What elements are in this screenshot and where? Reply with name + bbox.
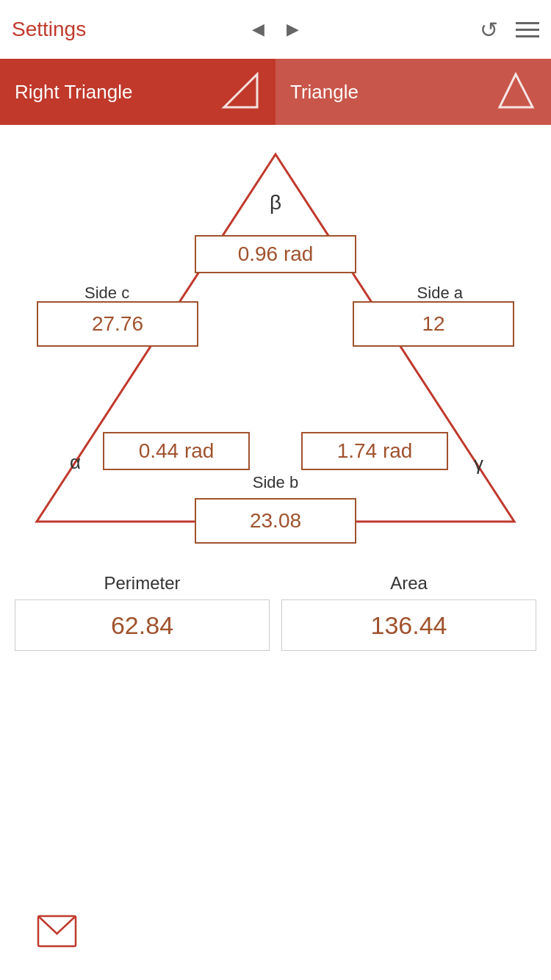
side-b-value: 23.08: [250, 509, 301, 533]
area-label: Area: [390, 573, 428, 594]
right-triangle-icon: [220, 71, 261, 114]
side-a-field[interactable]: 12: [353, 301, 514, 347]
area-value: 136.44: [371, 611, 447, 640]
side-c-value: 27.76: [92, 312, 143, 336]
mail-button[interactable]: [37, 915, 77, 951]
menu-button[interactable]: [516, 22, 539, 37]
beta-label: β: [270, 191, 281, 215]
side-b-label: Side b: [253, 473, 298, 492]
side-c-label: Side c: [84, 284, 129, 303]
perimeter-label: Perimeter: [104, 573, 180, 594]
side-a-value: 12: [422, 312, 444, 336]
tab-right-triangle[interactable]: Right Triangle: [0, 59, 276, 125]
results-section: Perimeter 62.84 Area 136.44: [15, 573, 536, 651]
svg-marker-0: [224, 74, 257, 107]
gamma-value: 1.74 rad: [337, 439, 413, 463]
undo-button[interactable]: ↺: [480, 17, 498, 43]
header-nav: ◀ ▶: [187, 20, 363, 39]
header-icons: ↺: [364, 17, 539, 43]
area-field[interactable]: 136.44: [281, 599, 536, 651]
perimeter-value: 62.84: [111, 611, 173, 640]
beta-field[interactable]: 0.96 rad: [195, 235, 356, 273]
results-row: Perimeter 62.84 Area 136.44: [15, 573, 536, 651]
alpha-label: α: [70, 451, 81, 474]
area-col: Area 136.44: [281, 573, 536, 651]
app-header: Settings ◀ ▶ ↺: [0, 0, 551, 59]
triangle-diagram: β 0.96 rad Side c 27.76 Side a 12 α 0.44…: [15, 140, 536, 566]
side-c-field[interactable]: 27.76: [37, 301, 198, 347]
perimeter-col: Perimeter 62.84: [15, 573, 270, 651]
alpha-value: 0.44 rad: [139, 439, 215, 463]
settings-button[interactable]: Settings: [12, 18, 187, 41]
alpha-field[interactable]: 0.44 rad: [103, 432, 250, 470]
gamma-field[interactable]: 1.74 rad: [301, 432, 448, 470]
side-a-label: Side a: [417, 284, 463, 303]
main-content: β 0.96 rad Side c 27.76 Side a 12 α 0.44…: [0, 125, 551, 666]
gamma-label: γ: [474, 453, 483, 475]
tab-bar: Right Triangle Triangle: [0, 59, 551, 125]
triangle-icon: [496, 71, 536, 114]
beta-value: 0.96 rad: [238, 242, 314, 266]
svg-marker-1: [500, 74, 533, 107]
nav-forward-button[interactable]: ▶: [287, 20, 299, 39]
tab-triangle-label: Triangle: [290, 81, 359, 104]
tab-right-triangle-label: Right Triangle: [15, 81, 132, 104]
tab-triangle[interactable]: Triangle: [276, 59, 551, 125]
nav-back-button[interactable]: ◀: [252, 20, 264, 39]
side-b-field[interactable]: 23.08: [195, 498, 356, 544]
perimeter-field[interactable]: 62.84: [15, 599, 270, 651]
